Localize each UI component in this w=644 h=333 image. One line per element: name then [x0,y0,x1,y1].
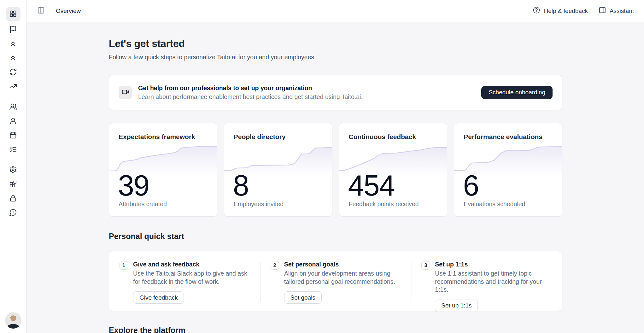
message-alert-icon [9,208,17,218]
help-feedback-button[interactable]: Help & feedback [533,6,588,15]
panel-right-icon [599,6,606,15]
stat-title: Performance evaluations [454,123,562,141]
stat-label: Employees invited [224,201,332,208]
step-title: Give and ask feedback [133,261,249,268]
sidebar-item-security[interactable] [6,193,20,204]
quick-start-card: 1 Give and ask feedback Use the Taito.ai… [109,251,562,311]
sidebar-item-settings[interactable] [6,165,20,176]
sidebar [0,0,26,333]
step-number-badge: 3 [421,261,430,270]
stat-title: Expectations framework [109,123,217,141]
setup-1on1s-button[interactable]: Set up 1:1s [435,300,478,312]
gear-icon [9,166,17,175]
quick-start-heading: Personal quick start [109,232,562,241]
step-divider [260,262,261,301]
dashboard-grid-icon [9,10,17,19]
step-number-badge: 2 [271,261,279,270]
stat-card-people[interactable]: People directory 8 Employees invited [224,123,332,217]
help-feedback-label: Help & feedback [544,8,588,15]
stat-label: Feedback points received [339,201,447,208]
hero-subtitle: Follow a few quick steps to personalize … [109,54,562,61]
schedule-onboarding-button[interactable]: Schedule onboarding [481,86,553,99]
app-root: Overview Help & feedback Assistant Let's… [0,0,644,333]
stat-value: 6 [454,173,562,198]
sidebar-item-feedback-loop[interactable] [6,67,20,78]
set-goals-button[interactable]: Set goals [284,291,322,304]
step-divider [412,262,412,301]
quick-start-step-3: 3 Set up 1:1s Use 1:1 assistant to get t… [411,251,562,312]
assistant-button[interactable]: Assistant [599,6,634,15]
user-icon [9,117,17,126]
stat-value: 454 [339,173,447,198]
sidebar-item-integrations[interactable] [6,179,20,190]
sidebar-item-flag[interactable] [6,24,20,36]
stat-title: People directory [224,123,332,141]
sidebar-item-expectations[interactable] [6,38,20,50]
stat-label: Attributes created [109,201,217,208]
sidebar-item-profile[interactable] [6,116,20,127]
flag-icon [9,26,17,35]
hero-title: Let's get started [109,38,562,50]
step-title: Set personal goals [284,261,400,268]
chevrons-up-icon [9,40,17,49]
sidebar-item-people[interactable] [6,102,20,113]
step-number-badge: 1 [120,261,128,270]
hero-section: Let's get started Follow a few quick ste… [109,38,562,61]
chevrons-up-icon [9,54,17,63]
avatar-photo [5,312,21,329]
stat-card-feedback[interactable]: Continuous feedback 454 Feedback points … [339,123,448,217]
sidebar-toggle-button[interactable] [35,5,47,17]
main-content: Let's get started Follow a few quick ste… [26,22,644,333]
topbar: Overview Help & feedback Assistant [26,0,644,22]
onboarding-title: Get help from our professionals to set u… [138,85,363,92]
step-description: Use the Taito.ai Slack app to give and a… [133,270,249,286]
onboarding-card: Get help from our professionals to set u… [109,75,562,110]
sidebar-item-calendar[interactable] [6,130,20,141]
sidebar-item-tasks[interactable] [6,144,20,155]
lock-icon [9,194,17,203]
sidebar-divider [8,97,19,97]
stat-label: Evaluations scheduled [454,201,562,208]
stats-row: Expectations framework 39 Attributes cre… [109,123,562,217]
stat-value: 39 [109,173,217,198]
topbar-separator [50,7,50,15]
stat-title: Continuous feedback [339,123,447,141]
calendar-icon [9,131,17,140]
step-description: Align on your development areas using ta… [284,270,400,286]
sidebar-item-support[interactable] [6,207,20,219]
sidebar-item-overview[interactable] [6,7,20,21]
sidebar-item-performance[interactable] [6,81,20,92]
stat-value: 8 [224,173,332,198]
blocks-icon [9,180,17,189]
stat-card-evaluations[interactable]: Performance evaluations 6 Evaluations sc… [454,123,562,217]
step-title: Set up 1:1s [435,261,551,268]
assistant-label: Assistant [610,8,634,15]
quick-start-step-1: 1 Give and ask feedback Use the Taito.ai… [109,251,260,312]
trending-up-icon [9,82,17,91]
checklist-icon [9,145,17,155]
topbar-actions: Help & feedback Assistant [533,6,634,15]
stat-card-expectations[interactable]: Expectations framework 39 Attributes cre… [109,123,217,217]
sidebar-item-goals[interactable] [6,53,20,64]
onboarding-subtitle: Learn about performance enablement best … [138,93,363,101]
give-feedback-button[interactable]: Give feedback [133,291,184,304]
onboarding-text: Get help from our professionals to set u… [138,85,363,101]
quick-start-step-2: 2 Set personal goals Align on your devel… [260,251,411,312]
video-icon-box [119,86,132,99]
users-icon [9,103,17,112]
refresh-icon [9,68,17,77]
panel-left-icon [37,7,45,15]
page-title: Overview [56,8,81,15]
help-circle-icon [533,6,540,15]
explore-heading: Explore the platform [109,326,562,333]
step-description: Use 1:1 assistant to get timely topic re… [435,270,551,294]
video-icon [122,88,129,97]
sidebar-divider [8,160,19,160]
user-avatar[interactable] [5,312,21,329]
